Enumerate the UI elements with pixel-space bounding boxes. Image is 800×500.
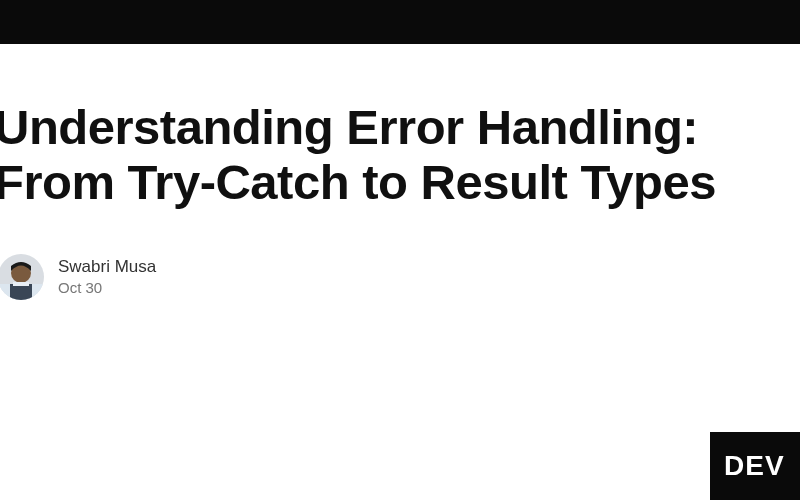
svg-rect-4 xyxy=(13,282,29,286)
article-header: Understanding Error Handling: From Try-C… xyxy=(0,44,800,300)
dev-badge[interactable]: DEV xyxy=(710,432,800,500)
author-meta: Swabri Musa Oct 30 xyxy=(58,257,156,296)
byline: Swabri Musa Oct 30 xyxy=(0,254,800,300)
avatar-image xyxy=(0,254,44,300)
dev-badge-label: DEV xyxy=(724,450,785,482)
author-avatar[interactable] xyxy=(0,254,44,300)
top-bar xyxy=(0,0,800,44)
article-title: Understanding Error Handling: From Try-C… xyxy=(0,100,800,210)
svg-rect-2 xyxy=(10,284,32,300)
author-name[interactable]: Swabri Musa xyxy=(58,257,156,277)
publish-date: Oct 30 xyxy=(58,279,156,296)
